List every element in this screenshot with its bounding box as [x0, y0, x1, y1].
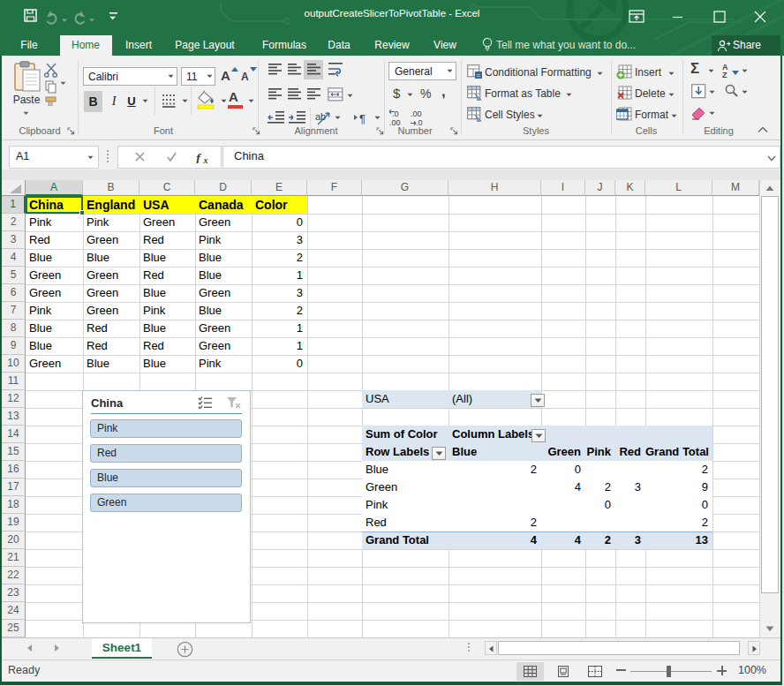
svg-text:f: f	[196, 151, 202, 163]
svg-text:.00: .00	[411, 109, 422, 118]
svg-text:.0: .0	[392, 109, 399, 118]
svg-text:ab: ab	[315, 111, 326, 122]
svg-text:¶: ¶	[359, 112, 366, 124]
svg-text:=: =	[477, 72, 481, 79]
svg-text:x: x	[203, 155, 208, 164]
svg-text:Z: Z	[722, 71, 727, 79]
